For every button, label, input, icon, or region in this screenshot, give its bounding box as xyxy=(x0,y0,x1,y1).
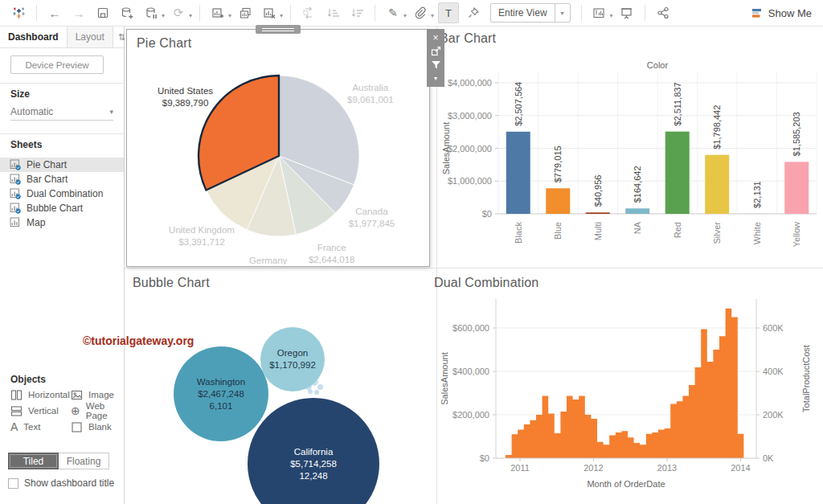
svg-text:$9,061,001: $9,061,001 xyxy=(347,95,394,104)
filter-icon[interactable] xyxy=(431,59,441,71)
fit-dropdown[interactable]: Entire View ▾ xyxy=(490,3,570,23)
new-data-source-icon[interactable] xyxy=(117,3,137,23)
sheets-list: Pie ChartBar ChartDual CombinationBubble… xyxy=(0,158,124,230)
tableau-logo-icon[interactable] xyxy=(9,3,28,23)
sort-descending-icon[interactable] xyxy=(347,3,366,23)
bubble-washington[interactable]: Washington$2,467,2486,101 xyxy=(174,346,268,441)
pause-auto-updates-icon[interactable] xyxy=(141,3,161,23)
bar-na[interactable] xyxy=(625,208,649,214)
caret-down-icon[interactable]: ▾ xyxy=(280,12,283,19)
save-icon[interactable] xyxy=(93,3,113,23)
show-me-button[interactable]: Show Me xyxy=(751,7,817,19)
bubble-sales: $2,467,248 xyxy=(198,388,244,400)
device-preview-button[interactable]: Device Preview xyxy=(10,55,104,74)
tab-dashboard[interactable]: Dashboard xyxy=(0,27,67,47)
image-icon xyxy=(71,389,83,401)
sheet-item-dual-combination[interactable]: Dual Combination xyxy=(0,186,124,201)
worksheet-icon xyxy=(10,174,21,185)
undo-icon[interactable]: ← xyxy=(45,3,64,23)
sheet-item-bubble-chart[interactable]: Bubble Chart xyxy=(0,201,124,215)
dual-combination-chart[interactable]: $00K$200,000200K$400,000400K$600,000600K… xyxy=(438,269,823,504)
floating-button[interactable]: Floating xyxy=(59,453,109,469)
caret-down-icon[interactable]: ▾ xyxy=(555,4,570,22)
presentation-mode-icon[interactable] xyxy=(617,3,637,23)
watermark: ©tutorialgateway.org xyxy=(83,334,194,347)
sort-ascending-icon[interactable] xyxy=(323,3,342,23)
sheet-item-label: Bar Chart xyxy=(27,174,68,185)
close-icon[interactable]: × xyxy=(432,31,438,43)
caret-down-icon[interactable]: ▾ xyxy=(162,12,165,19)
size-dropdown[interactable]: Automatic ▾ xyxy=(10,104,113,121)
object-text[interactable]: AText xyxy=(10,420,40,434)
show-hide-cards-icon[interactable] xyxy=(590,3,609,23)
svg-text:$2,131: $2,131 xyxy=(752,181,762,208)
svg-text:Red: Red xyxy=(673,222,682,238)
sheet-item-map[interactable]: Map xyxy=(0,215,124,230)
tiled-button[interactable]: Tiled xyxy=(8,453,59,469)
bar-silver[interactable] xyxy=(705,155,729,214)
group-members-paperclip-icon[interactable] xyxy=(411,3,430,23)
horizontal-icon xyxy=(10,389,23,401)
object-label: Text xyxy=(23,422,40,432)
bubble-small[interactable] xyxy=(317,384,323,390)
go-to-sheet-icon[interactable] xyxy=(431,45,441,57)
toolbar-separator xyxy=(199,5,200,21)
bar-multi[interactable] xyxy=(586,212,610,214)
show-mark-labels-icon[interactable]: T xyxy=(438,2,459,23)
redo-icon[interactable]: → xyxy=(69,3,88,23)
object-image[interactable]: Image xyxy=(71,387,114,402)
bubble-california[interactable]: California$5,714,25812,248 xyxy=(248,398,379,504)
blank-icon xyxy=(71,421,83,433)
tab-layout[interactable]: Layout xyxy=(67,27,113,47)
objects-heading: Objects xyxy=(10,374,46,385)
duplicate-sheet-icon[interactable] xyxy=(235,3,255,23)
svg-text:TotalProductCost: TotalProductCost xyxy=(801,345,811,412)
svg-text:Canada: Canada xyxy=(355,207,388,216)
object-blank[interactable]: Blank xyxy=(71,420,112,434)
object-horizontal[interactable]: Horizontal xyxy=(10,387,70,402)
svg-text:United States: United States xyxy=(158,86,213,96)
tableau-app: { "icons": { "undo": "←", "redo": "→", "… xyxy=(0,0,823,504)
highlight-pencil-icon[interactable]: ✎ xyxy=(383,3,403,23)
toolbar-separator xyxy=(375,5,375,21)
toolbar-separator xyxy=(36,5,37,21)
bubble-small[interactable] xyxy=(314,390,319,395)
sheet-item-pie-chart[interactable]: Pie Chart xyxy=(0,158,124,172)
window-side-toolbar: × ▾ xyxy=(427,29,444,87)
caret-down-icon[interactable]: ▾ xyxy=(431,12,434,19)
bubble-oregon[interactable]: Oregon$1,170,992 xyxy=(260,327,325,391)
svg-text:Color: Color xyxy=(647,60,669,70)
window-drag-grip[interactable] xyxy=(256,25,301,34)
fix-axes-pin-icon[interactable] xyxy=(464,3,483,23)
pie-chart[interactable]: Australia$9,061,001Canada$1,977,845Franc… xyxy=(127,30,429,264)
sheet-item-bar-chart[interactable]: Bar Chart xyxy=(0,172,124,186)
caret-down-icon[interactable]: ▾ xyxy=(434,72,437,84)
svg-text:$3,391,712: $3,391,712 xyxy=(178,237,225,247)
dual-area-series[interactable] xyxy=(506,309,743,458)
svg-text:White: White xyxy=(752,222,762,244)
swap-rows-columns-icon[interactable] xyxy=(299,3,318,23)
new-worksheet-icon[interactable] xyxy=(208,3,227,23)
caret-down-icon[interactable]: ▾ xyxy=(228,12,231,19)
object-vertical[interactable]: Vertical xyxy=(10,404,59,418)
caret-down-icon[interactable]: ▾ xyxy=(189,12,192,19)
bubble-label: California xyxy=(294,446,334,458)
bar-blue[interactable] xyxy=(546,188,570,214)
pie-chart-window[interactable]: Pie Chart Australia$9,061,001Canada$1,97… xyxy=(126,29,430,267)
worksheet-icon xyxy=(10,203,21,214)
bar-yellow[interactable] xyxy=(784,162,809,214)
refresh-icon[interactable]: ⟳ xyxy=(169,3,188,23)
bubble-small[interactable] xyxy=(308,389,313,394)
clear-sheet-icon[interactable] xyxy=(260,3,279,23)
bar-black[interactable] xyxy=(506,132,530,214)
bar-white[interactable] xyxy=(745,214,769,215)
caret-down-icon[interactable]: ▾ xyxy=(610,12,613,19)
show-dashboard-title-checkbox[interactable] xyxy=(8,478,18,489)
caret-down-icon[interactable]: ▾ xyxy=(403,12,407,19)
svg-text:$1,000,000: $1,000,000 xyxy=(448,176,492,186)
bar-chart[interactable]: $0$1,000,000$2,000,000$3,000,000$4,000,0… xyxy=(438,27,823,268)
object-web-page[interactable]: ⊕Web Page xyxy=(71,404,124,418)
pie-chart-title: Pie Chart xyxy=(137,36,192,51)
bar-red[interactable] xyxy=(665,132,690,214)
share-workbook-icon[interactable] xyxy=(653,3,673,23)
